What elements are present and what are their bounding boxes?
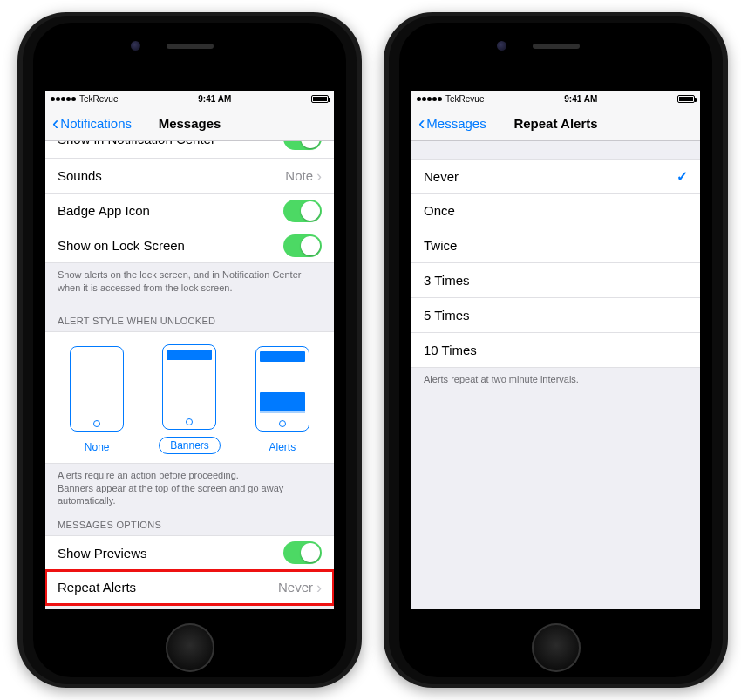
phone-left: TekRevue 9:41 AM ‹ Notifications Message…: [17, 12, 362, 688]
style-label-selected: Banners: [159, 437, 221, 454]
carrier-label: TekRevue: [445, 94, 484, 104]
toggle-lock-screen[interactable]: [283, 234, 322, 257]
nav-bar: ‹ Messages Repeat Alerts: [411, 106, 700, 141]
chevron-left-icon: ‹: [52, 114, 58, 133]
chevron-right-icon: ›: [316, 580, 322, 595]
battery-icon: [311, 95, 329, 103]
home-button[interactable]: [532, 623, 581, 672]
style-banners[interactable]: Banners: [149, 344, 229, 454]
status-bar: TekRevue 9:41 AM: [45, 91, 334, 106]
style-none[interactable]: None: [57, 346, 137, 454]
front-camera: [497, 41, 506, 51]
row-repeat-alerts[interactable]: Repeat Alerts Never ›: [45, 570, 334, 605]
repeat-footnote: Alerts repeat at two minute intervals.: [411, 368, 700, 395]
screen-messages-settings: TekRevue 9:41 AM ‹ Notifications Message…: [45, 91, 334, 609]
clock: 9:41 AM: [198, 94, 231, 104]
row-show-previews[interactable]: Show Previews: [45, 535, 334, 570]
phone-right: TekRevue 9:41 AM ‹ Messages Repeat Alert…: [384, 12, 728, 688]
row-sounds[interactable]: Sounds Note ›: [45, 159, 334, 194]
option-10-times[interactable]: 10 Times: [411, 333, 700, 368]
alert-style-footnote: Alerts require an action before proceedi…: [45, 464, 334, 517]
style-none-icon: [70, 346, 124, 432]
toggle-show-in-nc[interactable]: [283, 141, 322, 150]
back-label: Notifications: [60, 116, 132, 131]
back-label: Messages: [426, 116, 486, 131]
row-label: Show Previews: [58, 546, 147, 561]
option-twice[interactable]: Twice: [411, 228, 700, 263]
status-bar: TekRevue 9:41 AM: [411, 91, 700, 106]
speaker-slot: [533, 44, 580, 49]
style-label: Alerts: [269, 441, 296, 453]
option-5-times[interactable]: 5 Times: [411, 298, 700, 333]
option-3-times[interactable]: 3 Times: [411, 263, 700, 298]
back-button[interactable]: ‹ Notifications: [52, 114, 132, 133]
chevron-left-icon: ‹: [418, 114, 425, 133]
signal-dots-icon: [51, 97, 76, 101]
row-label: Show on Lock Screen: [58, 238, 185, 253]
chevron-right-icon: ›: [316, 168, 322, 184]
option-never[interactable]: Never✓: [411, 159, 700, 194]
alert-style-header: ALERT STYLE WHEN UNLOCKED: [45, 303, 334, 331]
style-label: None: [85, 441, 110, 453]
check-icon: ✓: [676, 168, 688, 185]
row-show-on-lock[interactable]: Show on Lock Screen: [45, 228, 334, 263]
option-label: Never: [424, 169, 459, 184]
toggle-show-previews[interactable]: [283, 541, 322, 564]
front-camera: [131, 41, 140, 51]
battery-icon: [677, 95, 695, 103]
option-label: 3 Times: [424, 273, 470, 288]
repeat-options-list: Never✓OnceTwice3 Times5 Times10 Times: [411, 159, 700, 368]
nav-bar: ‹ Notifications Messages: [45, 106, 334, 141]
clock: 9:41 AM: [564, 94, 597, 104]
row-label: Repeat Alerts: [58, 580, 136, 595]
row-value: Note: [285, 168, 313, 183]
option-label: Once: [424, 203, 455, 218]
carrier-label: TekRevue: [79, 94, 118, 104]
screen-repeat-alerts: TekRevue 9:41 AM ‹ Messages Repeat Alert…: [411, 91, 700, 609]
row-value: Never: [278, 580, 313, 595]
back-button[interactable]: ‹ Messages: [418, 114, 486, 133]
option-label: 10 Times: [424, 343, 477, 357]
row-label: Sounds: [58, 168, 102, 183]
style-alerts[interactable]: Alerts: [242, 346, 323, 454]
lock-screen-footnote: Show alerts on the lock screen, and in N…: [45, 263, 334, 303]
option-label: Twice: [424, 238, 457, 253]
option-label: 5 Times: [424, 308, 470, 323]
row-label: Badge App Icon: [58, 203, 150, 218]
style-banners-icon: [162, 344, 216, 430]
home-button[interactable]: [166, 623, 214, 672]
messages-options-header: MESSAGES OPTIONS: [45, 516, 334, 535]
row-badge-app-icon[interactable]: Badge App Icon: [45, 194, 334, 228]
alert-style-picker: None Banners Alerts: [45, 331, 334, 464]
style-alerts-icon: [255, 346, 309, 432]
speaker-slot: [167, 44, 214, 49]
signal-dots-icon: [417, 97, 442, 101]
option-once[interactable]: Once: [411, 194, 700, 228]
row-show-in-nc[interactable]: Show in Notification Center: [45, 141, 334, 159]
toggle-badge[interactable]: [283, 200, 322, 222]
